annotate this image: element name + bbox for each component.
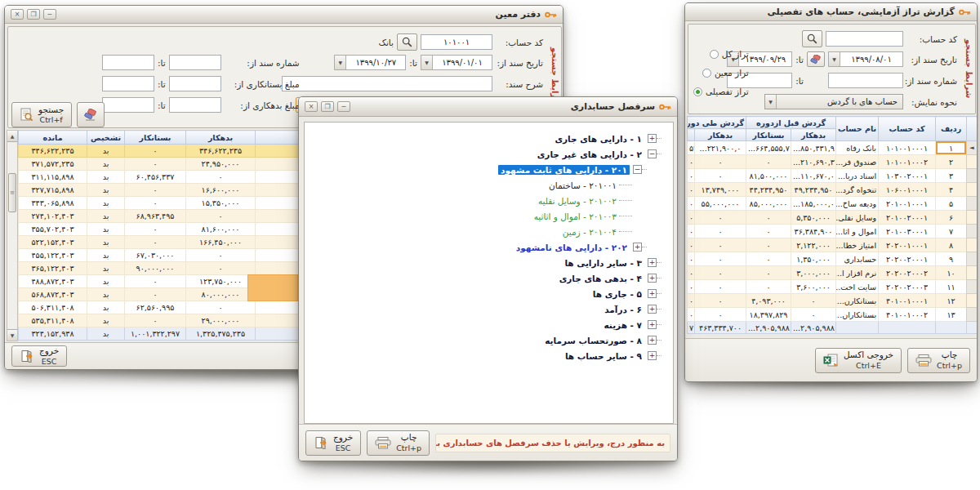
close-icon[interactable]: × [305, 101, 318, 112]
account-lookup-button[interactable] [397, 33, 417, 51]
restore-icon[interactable]: ❐ [27, 9, 40, 20]
cell-balance: ۳۵۵,۷۰۲,۴۰۳ [19, 223, 87, 236]
chevron-down-icon[interactable]: ▼ [335, 56, 346, 69]
expand-plus-icon[interactable]: + [633, 243, 642, 252]
tree-item[interactable]: +۲۰۲ - دارایی های نامشهود [314, 239, 663, 255]
cell-pre-credit: ...۶۶۴,۵۵۵,۷ [746, 141, 791, 155]
column-header-debit[interactable]: بدهکار [186, 131, 256, 145]
chevron-down-icon[interactable]: ▼ [421, 56, 433, 69]
tree-item[interactable]: ۲۰۱۰۰۱ - ساختمان [314, 177, 663, 193]
restore-icon[interactable]: ❐ [321, 101, 334, 112]
key-icon [659, 103, 671, 111]
column-header-debit[interactable]: بدهکار [695, 129, 746, 141]
table-row[interactable]: ۲۱۰۱۰۰۱۰۰۰۲صندوق فر......۲۱۰,۶۹۰,۳۰۰۰ [688, 155, 978, 169]
table-row[interactable]: ۷۲۰۱۰۰۳۰۰۰۱اموال و اثا...۳۶,۳۸۴,۹۰۰۰۰۰ [688, 225, 978, 238]
table-row[interactable]: ۱۰۲۰۲۰۰۲۰۰۰۲نرم افزار ا...۳,۰۰۰,۰۰۰۰۰۰ [688, 266, 978, 280]
credit-to-input[interactable] [102, 76, 154, 91]
doc-no-from-input[interactable] [169, 55, 221, 70]
expand-plus-icon[interactable]: + [648, 134, 657, 143]
doc-desc-input[interactable] [282, 76, 492, 91]
table-row[interactable]: ۳۱۰۳۰۰۲۰۰۰۱اسناد دریا......۱۱۰,۶۷۰,۰۸۱,۵… [688, 169, 978, 183]
tree-item[interactable]: −۲۰۱ - دارایی های ثابت مشهود [314, 162, 663, 177]
date-from-input[interactable]: ▼۱۳۹۹/۰۸/۰۱ [828, 51, 903, 67]
table-row[interactable]: ۸۲۰۲۰۰۱۰۰۰۱امتیاز خطا...۲,۱۲۲,۰۰۰۰۰۰ [688, 238, 978, 252]
excel-export-button[interactable]: خروجی اکسلCtrl+E [815, 348, 902, 373]
debit-from-input[interactable] [169, 97, 221, 113]
vertical-scrollbar[interactable]: ▲ ▼ [7, 130, 18, 341]
tree-item[interactable]: +۹ - سایر حساب ها [314, 348, 663, 363]
tree-item[interactable]: +۶ - درآمد [314, 301, 663, 317]
column-header-code[interactable]: کد حساب [879, 117, 936, 141]
debit-to-input[interactable] [102, 97, 154, 113]
tree-item[interactable]: −۲ - دارایی های غیر جاری [314, 146, 663, 162]
column-header-debit[interactable]: بدهکار [791, 129, 836, 141]
table-row[interactable]: ۵۲۰۱۰۰۱۰۰۰۱ودیعه ساخ......۱۸۵,۰۰۰,۰۸۵,۰۰… [688, 197, 978, 211]
cell-cur-credit: ۰ [688, 238, 695, 252]
table-row[interactable]: ۴۱۰۶۰۰۱۰۰۰۱تنخواه گرد...۴۹,۲۳۴,۹۵۰۴۴,۲۳۴… [688, 183, 978, 197]
expand-plus-icon[interactable]: + [648, 351, 657, 360]
minimize-icon[interactable]: ─ [43, 9, 56, 20]
radio-balance-tafsili[interactable]: تراز تفصیلی [693, 87, 749, 96]
collapse-minus-icon[interactable]: − [633, 165, 642, 174]
search-button[interactable]: جستجوCtrl+f [11, 102, 72, 127]
radio-balance-moein[interactable]: تراز معین [693, 68, 749, 78]
tree-item[interactable]: +۷ - هزینه [314, 317, 663, 332]
tree-item[interactable]: +۳ - سایر دارایی ها [314, 255, 663, 270]
expand-plus-icon[interactable]: + [648, 320, 657, 329]
column-header-credit[interactable] [688, 129, 695, 141]
expand-plus-icon[interactable]: + [648, 289, 657, 298]
chevron-down-icon[interactable]: ▼ [829, 52, 840, 66]
tree-item[interactable]: ۲۰۱۰۰۴ - زمین [314, 224, 663, 239]
account-code-input[interactable]: ۱۰۱۰۰۱ [421, 34, 492, 50]
account-lookup-button[interactable] [802, 30, 822, 47]
display-mode-select[interactable]: ▼حساب های با گردش [764, 94, 903, 109]
expand-plus-icon[interactable]: + [648, 274, 657, 283]
table-row[interactable]: ۱۱۲۰۲۰۰۲۰۰۰۳سایت اخت...۳,۶۰۰,۰۰۰۰۰۰ [688, 280, 978, 294]
tree-item[interactable]: +۵ - جاری ها [314, 286, 663, 301]
radio-icon[interactable] [693, 87, 702, 96]
close-icon[interactable]: × [11, 9, 24, 20]
chevron-down-icon[interactable]: ▼ [765, 95, 777, 109]
scroll-up-icon[interactable]: ▲ [7, 131, 17, 142]
tree-item[interactable]: +۴ - بدهی های جاری [314, 270, 663, 286]
print-button[interactable]: چاپCtrl+p [907, 348, 970, 373]
doc-no-from-input[interactable] [828, 73, 903, 88]
table-row[interactable]: ◄۱۱۰۱۰۰۱۰۰۰۱بانک رفاه...۸۵۰,۴۳۱,۹...۶۶۴,… [688, 141, 978, 155]
expand-plus-icon[interactable]: + [648, 305, 657, 314]
eraser-icon[interactable] [807, 51, 825, 67]
table-row[interactable]: ۱۲۴۰۱۰۰۱۰۰۰۱بستانکارن...۰۴,۰۹۳,۰۰۰۰۰ [688, 294, 978, 308]
minimize-icon[interactable]: ─ [337, 101, 350, 112]
cell-pre-credit: ۸۱,۵۰۰,۰۰۰ [746, 169, 791, 183]
table-row[interactable]: ۹۲۰۲۰۰۲۰۰۰۱حسابداری۱,۳۵۰,۰۰۰۰۰۰ [688, 252, 978, 266]
column-header-credit[interactable]: بستانکار [746, 129, 791, 141]
scrollbar-thumb[interactable] [8, 173, 16, 212]
credit-from-input[interactable] [169, 76, 221, 91]
expand-plus-icon[interactable]: + [648, 336, 657, 345]
column-header-credit[interactable]: بستانکار [125, 131, 186, 145]
column-header-diagnosis[interactable]: تشخیص [87, 131, 125, 145]
account-code-input[interactable] [826, 31, 903, 47]
column-header-name[interactable]: نام حساب [836, 117, 879, 141]
collapse-minus-icon[interactable]: − [648, 149, 657, 158]
print-button[interactable]: چاپCtrl+p [367, 430, 430, 456]
date-to-input[interactable]: ▼۱۳۹۹/۱۰/۲۷ [334, 55, 406, 70]
column-header-balance[interactable]: مانده [19, 131, 87, 145]
debit-amount-label: مبلغ بدهکاری از: [225, 100, 300, 110]
tree-item[interactable]: +۱ - دارایی های جاری [314, 131, 663, 146]
radio-balance-total[interactable]: تراز کل [693, 49, 749, 59]
table-row[interactable]: ۶۲۰۱۰۰۲۰۰۰۱وسایل نقلی...۵,۳۵۰,۰۰۰۰۰۰ [688, 211, 978, 225]
scroll-down-icon[interactable]: ▼ [7, 329, 17, 341]
date-from-input[interactable]: ▼۱۳۹۹/۰۱/۰۱ [421, 55, 492, 70]
doc-no-to-input[interactable] [102, 55, 154, 70]
column-header-row[interactable]: ردیف [936, 117, 967, 141]
expand-plus-icon[interactable]: + [648, 258, 657, 267]
tree-item[interactable]: ۲۰۱۰۰۳ - اموال و اثاثیه [314, 208, 663, 224]
clear-button[interactable] [77, 102, 105, 127]
tree-item[interactable]: +۸ - صورتحساب سرمایه [314, 332, 663, 348]
radio-icon[interactable] [702, 69, 711, 78]
exit-button[interactable]: خروجESC [305, 430, 361, 456]
table-row[interactable]: ۱۳۴۰۱۰۰۱۰۰۰۲بستانکاران...۰۱۸,۳۹۷,۸۲۹۰۰ [688, 308, 978, 322]
exit-button[interactable]: خروجESC [11, 345, 67, 367]
radio-icon[interactable] [710, 50, 719, 59]
tree-item[interactable]: ۲۰۱۰۰۲ - وسایل نقلیه [314, 193, 663, 208]
